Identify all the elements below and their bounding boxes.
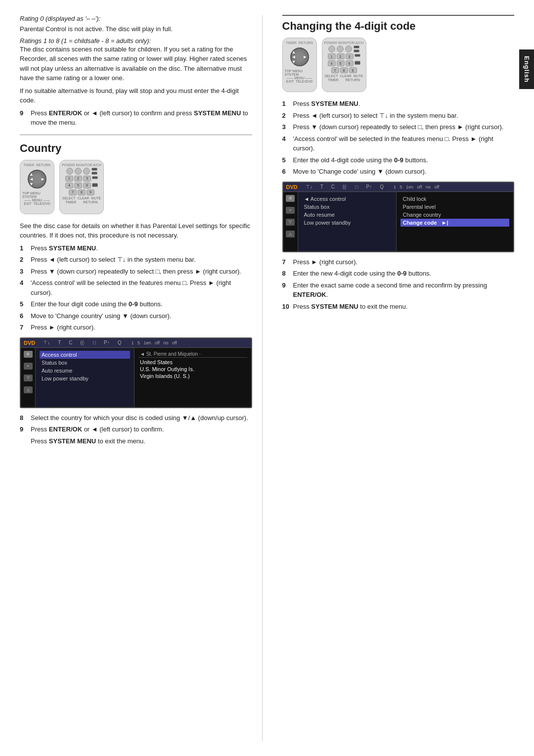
- code-menu-icons: ⊞ « ▽ △: [283, 192, 298, 251]
- country-virgin-islands: Virgin Islands (U. S.): [138, 373, 247, 379]
- code-menu-right: Child lock Parental level Change country…: [397, 192, 513, 251]
- code-menu-screen: DVD ⊤↓ T C ((· □ P↑ Q 1 5 1en off no off…: [282, 182, 515, 252]
- remotes-row-right: TIMER RETURN ▲◄ ►▼ TOP MENU SYSTEM —— ME…: [282, 38, 515, 92]
- code-menu-topbar: DVD ⊤↓ T C ((· □ P↑ Q 1 5 1en off no off: [283, 183, 514, 192]
- country-menu-center: Access control Status box Auto resume Lo…: [36, 348, 134, 407]
- country-menu-right: ◄ St. Pierre and Miquelon · United State…: [134, 348, 251, 407]
- right-step-5: 5 Enter the old 4-digit code using the 0…: [282, 155, 515, 165]
- right-step-3: 3 Press ▼ (down cursor) repeatedly to se…: [282, 122, 515, 132]
- right-step-10: 10 Press SYSTEM MENU to exit the menu.: [282, 302, 515, 312]
- right-column: Changing the 4-digit code TIMER RETURN ▲…: [277, 15, 515, 741]
- country-united-states: United States: [138, 359, 247, 366]
- right-title: Changing the 4-digit code: [282, 15, 515, 33]
- right-step-6: 6 Move to 'Change code' using ▼ (down cu…: [282, 167, 515, 177]
- right-remote-right: POWER MONITOR A/CH 1 2 3 4: [322, 38, 366, 92]
- country-step-3: 3 Press ▼ (down cursor) repeatedly to se…: [20, 267, 252, 277]
- code-menu-body: ⊞ « ▽ △ ◄ Access control Status box Auto…: [283, 192, 514, 251]
- country-us-outlying: U.S. Minor Outlying Is.: [138, 366, 247, 373]
- menu-icon-1: ⊞: [24, 351, 33, 358]
- menu-icon-2: «: [24, 363, 33, 370]
- country-step-press: Press SYSTEM MENU to exit the menu.: [20, 436, 252, 446]
- left-column: Rating 0 (displayed as '– –'): Parental …: [20, 15, 263, 741]
- right-steps-1-6: 1 Press SYSTEM MENU. 2 Press ◄ (left cur…: [282, 99, 515, 177]
- country-step-7: 7 Press ► (right cursor).: [20, 323, 252, 332]
- remote-left: TIMER RETURN ▲◄ ►▼ TOP MENU SYSTEM —— ME…: [20, 160, 54, 214]
- country-step-4: 4 'Access control' will be selected in t…: [20, 278, 252, 297]
- right-step-2: 2 Press ◄ (left cursor) to select ⊤↓ in …: [282, 111, 515, 121]
- code-menu-center: ◄ Access control Status box Auto resume …: [298, 192, 397, 251]
- code-menu-icon-2: «: [286, 207, 295, 214]
- right-step-9: 9 Enter the exact same code a second tim…: [282, 281, 515, 300]
- country-step-9: 9 Press ENTER/OK or ◄ (left cursor) to c…: [20, 425, 252, 434]
- country-body: See the disc case for details on whether…: [20, 221, 252, 240]
- country-step-8: 8 Select the country for which your disc…: [20, 413, 252, 423]
- code-right-parental: Parental level: [400, 203, 509, 211]
- code-menu-icon-4: △: [286, 231, 295, 237]
- code-row-status: Status box: [302, 203, 393, 211]
- right-step-1: 1 Press SYSTEM MENU.: [282, 99, 515, 109]
- language-tab: English: [519, 49, 534, 89]
- menu-row-lowpower: Low power standby: [40, 375, 130, 382]
- code-row-auto: Auto resume: [302, 211, 393, 219]
- ratings-body2: If no suitable alternative is found, pla…: [20, 86, 252, 105]
- country-step-6: 6 Move to 'Change country' using ▼ (down…: [20, 311, 252, 321]
- right-step-4: 4 'Access control' will be selected in t…: [282, 134, 515, 153]
- right-step-7: 7 Press ► (right cursor).: [282, 257, 515, 267]
- code-menu-icon-3: ▽: [286, 219, 295, 226]
- remotes-row-country: TIMER RETURN ▲◄ ►▼ TOP MENU SYSTEM —— ME…: [20, 160, 252, 214]
- country-menu-screen: DVD ⊤↓ T C ((· □ P↑ Q 1 5 1en off no off…: [20, 337, 252, 408]
- ratings-note: Ratings 1 to 8 (1 = childsafe - 8 = adul…: [20, 37, 252, 45]
- country-step-5: 5 Enter the four digit code using the 0-…: [20, 299, 252, 309]
- step-9-top: 9 Press ENTER/OK or ◄ (left cursor) to c…: [20, 108, 252, 128]
- country-step-2: 2 Press ◄ (left cursor) to select ⊤↓ in …: [20, 255, 252, 265]
- country-menu-icons: ⊞ « ▽ △: [21, 348, 36, 407]
- rating-note: Rating 0 (displayed as '– –'):: [20, 15, 252, 22]
- code-row-access: ◄ Access control: [302, 195, 393, 203]
- menu-icon-3: ▽: [24, 375, 33, 381]
- menu-row-auto: Auto resume: [40, 367, 130, 375]
- country-title: Country: [20, 142, 252, 155]
- country-menu-topbar: DVD ⊤↓ T C ((· □ P↑ Q 1 5 1en off no off: [21, 338, 251, 348]
- menu-row-access: Access control: [40, 351, 130, 359]
- code-menu-icon-1: ⊞: [286, 195, 295, 202]
- code-right-change: Change code ►|: [400, 219, 509, 227]
- country-steps: 1 Press SYSTEM MENU. 2 Press ◄ (left cur…: [20, 243, 252, 332]
- country-menu-body: ⊞ « ▽ △ Access control Status box Auto r…: [21, 348, 251, 407]
- remote-right: POWER MONITOR A/CH 1 2 3 4: [59, 160, 104, 214]
- parental-intro: Parental Control is not active. The disc…: [20, 24, 252, 34]
- right-step-8: 8 Enter the new 4-digit code using the 0…: [282, 269, 515, 279]
- code-right-child: Child lock: [400, 195, 509, 203]
- menu-row-status: Status box: [40, 359, 130, 367]
- menu-icon-4: △: [24, 386, 33, 393]
- ratings-body1: The disc contains scenes not suitable fo…: [20, 45, 252, 83]
- code-row-lowpower: Low power standby: [302, 219, 393, 227]
- right-remote-left: TIMER RETURN ▲◄ ►▼ TOP MENU SYSTEM —— ME…: [282, 38, 317, 92]
- country-step-1: 1 Press SYSTEM MENU.: [20, 243, 252, 253]
- step-9-text: Press ENTER/OK or ◄ (left cursor) to con…: [31, 108, 252, 128]
- section-divider: [20, 135, 252, 135]
- code-right-country: Change country: [400, 211, 509, 219]
- step-9-num: 9: [20, 108, 28, 128]
